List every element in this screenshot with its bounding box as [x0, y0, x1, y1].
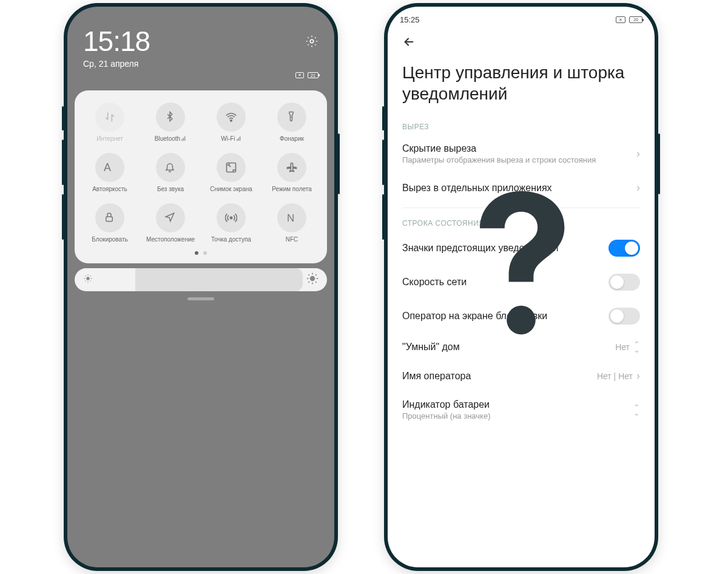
qs-label: Местоположение — [146, 236, 195, 243]
svg-text:N: N — [287, 212, 294, 224]
battery-icon: 20 — [629, 16, 642, 23]
brightness-high-icon — [306, 272, 318, 287]
qs-label: Wi-Fi — [221, 135, 241, 142]
location-icon — [156, 203, 185, 232]
sim-icon: ✕ — [295, 72, 304, 78]
brightness-low-icon — [83, 274, 93, 286]
chevron-right-icon: › — [636, 370, 640, 382]
quick-settings-panel: ИнтернетBluetoothWi-FiФонарикAАвтояркост… — [75, 90, 327, 263]
page-title: Центр управления и шторка уведомлений — [388, 56, 655, 116]
qs-tile-nfc[interactable]: NNFC — [263, 203, 321, 243]
qs-tile-flashlight[interactable]: Фонарик — [263, 103, 321, 142]
qs-label: Снимок экрана — [210, 186, 252, 192]
svg-line-14 — [90, 280, 90, 281]
qs-label: Bluetooth — [155, 135, 186, 142]
svg-line-24 — [308, 282, 309, 283]
qs-label: Режим полета — [272, 186, 311, 192]
qs-tile-auto-brightness[interactable]: AАвтояркость — [81, 153, 139, 192]
date: Ср, 21 апреля — [83, 59, 150, 69]
svg-line-22 — [308, 274, 309, 275]
screenshot-icon — [217, 153, 246, 182]
svg-line-15 — [85, 280, 86, 281]
row-carrier-lockscreen[interactable]: Оператор на экране блокировки — [388, 299, 655, 333]
phone-mockup-left: 15:18 Ср, 21 апреля ✕ 21 ИнтернетBluetoo… — [64, 3, 338, 571]
clock: 15:18 — [83, 25, 150, 58]
svg-text:A: A — [104, 161, 111, 174]
qs-label: Автояркость — [92, 186, 127, 192]
chevron-updown-icon: ⌃⌄ — [633, 405, 640, 416]
drag-handle[interactable] — [187, 297, 214, 300]
qs-tile-lock[interactable]: Блокировать — [81, 203, 139, 243]
svg-point-6 — [230, 217, 232, 218]
bluetooth-icon — [156, 103, 185, 132]
page-indicator — [81, 251, 321, 255]
gear-icon[interactable] — [305, 35, 318, 48]
data-swap-icon — [95, 103, 124, 132]
svg-line-13 — [85, 275, 86, 276]
auto-brightness-icon: A — [95, 153, 124, 182]
qs-tile-airplane[interactable]: Режим полета — [263, 153, 321, 192]
section-header-statusbar: СТРОКА СОСТОЯНИЯ — [388, 213, 655, 231]
toggle-netspeed[interactable] — [608, 274, 640, 291]
qs-tile-bluetooth[interactable]: Bluetooth — [141, 103, 200, 142]
status-bar: 15:25 ✕ 20 — [388, 7, 655, 27]
chevron-updown-icon: ⌃⌄ — [633, 342, 640, 353]
svg-point-0 — [310, 39, 314, 43]
row-notification-icons[interactable]: Значки предстоящих уведомлений — [388, 231, 655, 265]
screen-notification-shade: 15:18 Ср, 21 апреля ✕ 21 ИнтернетBluetoo… — [67, 7, 334, 567]
qs-label: Интернет — [96, 135, 123, 142]
qs-label: Фонарик — [280, 135, 304, 142]
phone-mockup-right: 15:25 ✕ 20 Центр управления и шторка уве… — [384, 3, 658, 571]
section-header-notch: ВЫРЕЗ — [388, 116, 655, 135]
status-time: 15:25 — [400, 15, 420, 24]
qs-label: Без звука — [157, 186, 184, 192]
qs-tile-location[interactable]: Местоположение — [141, 203, 200, 243]
airplane-icon — [277, 153, 306, 182]
toggle-notification-icons[interactable] — [608, 240, 640, 257]
row-notch-apps[interactable]: Вырез в отдельных приложениях › — [388, 173, 655, 203]
flashlight-icon — [277, 103, 306, 132]
svg-line-25 — [315, 274, 317, 275]
status-bar-icons: ✕ 21 — [295, 72, 318, 78]
qs-label: Точка доступа — [211, 236, 251, 243]
svg-rect-5 — [106, 217, 113, 221]
svg-point-8 — [86, 277, 89, 280]
qs-label: NFC — [286, 236, 298, 243]
bell-icon — [156, 153, 185, 182]
chevron-right-icon: › — [636, 181, 640, 194]
qs-tile-bell[interactable]: Без звука — [141, 153, 200, 192]
svg-rect-4 — [227, 163, 236, 172]
qs-label: Блокировать — [92, 236, 127, 243]
svg-line-23 — [315, 282, 317, 283]
qs-tile-data-swap[interactable]: Интернет — [81, 103, 139, 142]
svg-point-17 — [310, 276, 315, 281]
back-button[interactable] — [388, 27, 655, 56]
qs-tile-wifi[interactable]: Wi-Fi — [202, 103, 260, 142]
nfc-icon: N — [277, 203, 306, 232]
wifi-icon — [217, 103, 246, 132]
row-battery-indicator[interactable]: Индикатор батареи Процентный (на значке)… — [388, 391, 655, 429]
svg-line-16 — [90, 275, 90, 276]
chevron-right-icon: › — [636, 147, 640, 160]
battery-icon: 21 — [308, 72, 318, 78]
toggle-carrier-lockscreen[interactable] — [608, 308, 640, 325]
row-smart-home[interactable]: "Умный" дом Нет ⌃⌄ — [388, 333, 655, 361]
qs-tile-hotspot[interactable]: Точка доступа — [202, 203, 260, 243]
row-carrier-name[interactable]: Имя оператора Нет | Нет › — [388, 361, 655, 391]
svg-point-1 — [231, 120, 232, 122]
screen-settings: 15:25 ✕ 20 Центр управления и шторка уве… — [388, 7, 655, 567]
brightness-slider[interactable] — [75, 268, 327, 291]
lock-icon — [95, 203, 124, 232]
row-netspeed[interactable]: Скорость сети — [388, 265, 655, 299]
row-notch-hide[interactable]: Скрытие выреза Параметры отображения выр… — [388, 135, 655, 173]
hotspot-icon — [217, 203, 246, 232]
sim-icon: ✕ — [616, 16, 625, 23]
qs-tile-screenshot[interactable]: Снимок экрана — [202, 153, 260, 192]
